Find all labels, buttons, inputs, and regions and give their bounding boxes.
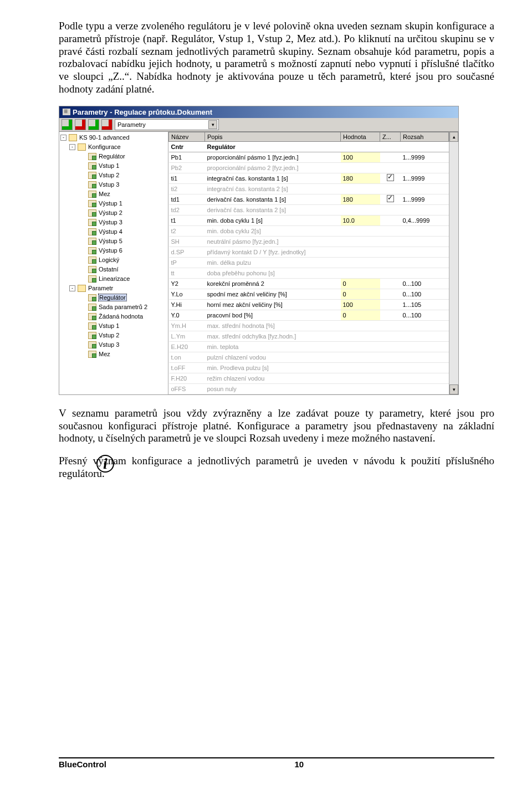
tree-item[interactable]: ⋮Linearizace [59, 274, 168, 284]
cell-name: L.Ym [169, 331, 205, 341]
cell-hodnota[interactable]: 100 [341, 152, 380, 162]
cell-hodnota [341, 257, 380, 268]
cell-hodnota[interactable]: 180 [341, 173, 380, 183]
cell-z[interactable] [380, 299, 401, 310]
tree-item[interactable]: ⋮Žádaná hodnota [59, 312, 168, 321]
table-row[interactable]: Y.0pracovní bod [%]00...100 [169, 310, 449, 320]
tree-item[interactable]: ⋮Mez [59, 350, 168, 359]
leaf-icon [88, 238, 96, 245]
tree-item[interactable]: ⋮Regulátor [59, 293, 168, 302]
cell-hodnota[interactable]: 0 [341, 310, 380, 320]
tree-item[interactable]: -KS 90-1 advanced [59, 133, 168, 142]
page-footer: BlueControl 10 . [59, 757, 494, 769]
footer-product: BlueControl [59, 760, 106, 769]
cell-rozsah [401, 373, 449, 383]
cell-rozsah [401, 362, 449, 373]
chevron-down-icon[interactable] [208, 120, 217, 129]
cell-hodnota[interactable]: 100 [341, 299, 380, 310]
collapse-icon[interactable]: - [60, 135, 66, 141]
table-row[interactable]: Y.Lospodní mez akční veličiny [%]00...10… [169, 289, 449, 299]
collapse-icon[interactable]: - [69, 144, 75, 150]
toolbar-button-2[interactable] [75, 119, 86, 130]
cell-name: tP [169, 257, 205, 268]
tree-item-label: Výstup 5 [98, 238, 123, 244]
table-row[interactable]: ti1integrační čas. konstanta 1 [s]1801..… [169, 173, 449, 183]
checkbox-icon[interactable] [387, 195, 394, 202]
cell-popis: korekční proměnná 2 [205, 278, 341, 289]
toolbar-button-1[interactable] [62, 119, 73, 130]
cell-z[interactable] [380, 215, 401, 225]
tree-item-label: KS 90-1 advanced [79, 134, 130, 141]
tree-item[interactable]: ⋮Vstup 2 [59, 171, 168, 180]
table-row[interactable]: td1derivační čas. konstanta 1 [s]1801...… [169, 194, 449, 204]
parameter-grid[interactable]: Název Popis Hodnota Z... Rozsah Cntr Reg… [168, 132, 449, 394]
tree-item[interactable]: ⋮Vstup 3 [59, 340, 168, 350]
col-name[interactable]: Název [169, 132, 205, 141]
cell-rozsah: 1...9999 [401, 173, 449, 183]
toolbar-button-3[interactable] [88, 119, 99, 130]
tree-item[interactable]: ⋮Vstup 1 [59, 321, 168, 331]
col-popis[interactable]: Popis [205, 132, 341, 141]
cell-hodnota[interactable]: 180 [341, 194, 380, 204]
cell-z[interactable] [380, 173, 401, 183]
tree-item[interactable]: ⋮Sada parametrů 2 [59, 302, 168, 312]
tree-item[interactable]: ⋮Výstup 2 [59, 208, 168, 218]
cell-name: F.H20 [169, 373, 205, 383]
cell-name: Y.0 [169, 310, 205, 320]
table-row[interactable]: t1min. doba cyklu 1 [s]10.00,4...9999 [169, 215, 449, 225]
tree-item[interactable]: ⋮Logický [59, 255, 168, 265]
tree-panel[interactable]: -KS 90-1 advanced-Konfigurace⋮Regulátor⋮… [59, 132, 168, 394]
tree-item-label: Ostatní [98, 266, 119, 273]
tree-item-label: Regulátor [98, 294, 127, 301]
cell-popis: posun nuly [205, 383, 341, 394]
tree-item-label: Výstup 2 [98, 209, 123, 216]
col-hodnota[interactable]: Hodnota [341, 132, 380, 141]
tree-item[interactable]: ⋮Výstup 5 [59, 237, 168, 246]
tree-item[interactable]: -Parametr [59, 284, 168, 293]
cell-z[interactable] [380, 278, 401, 289]
folder-icon [78, 143, 86, 151]
scroll-up-button[interactable]: ▴ [449, 132, 458, 142]
tree-item[interactable]: ⋮Výstup 3 [59, 218, 168, 227]
table-row[interactable]: Y.Hihorní mez akční veličiny [%]1001...1… [169, 299, 449, 310]
view-dropdown[interactable]: Parametry [115, 119, 219, 130]
cell-rozsah [401, 247, 449, 257]
col-rozsah[interactable]: Rozsah [401, 132, 449, 141]
tree-item[interactable]: ⋮Výstup 6 [59, 246, 168, 255]
tree-item[interactable]: ⋮Výstup 4 [59, 227, 168, 237]
cell-hodnota[interactable]: 10.0 [341, 215, 380, 225]
tree-item[interactable]: ⋮Ostatní [59, 265, 168, 274]
footer-page-number: 10 [294, 760, 304, 769]
toolbar-button-4[interactable] [101, 119, 112, 130]
scroll-down-button[interactable]: ▾ [449, 384, 458, 394]
cell-z [380, 236, 401, 247]
cell-z[interactable] [380, 194, 401, 204]
table-row[interactable]: Y2korekční proměnná 200...100 [169, 278, 449, 289]
cell-z [380, 362, 401, 373]
col-z[interactable]: Z... [380, 132, 401, 141]
cell-hodnota[interactable]: 0 [341, 278, 380, 289]
cell-name: oFFS [169, 383, 205, 394]
tree-item[interactable]: ⋮Vstup 2 [59, 331, 168, 340]
cell-z [380, 162, 401, 173]
table-row[interactable]: Pb1proporcionální pásmo 1 [fyz.jedn.]100… [169, 152, 449, 162]
cell-z[interactable] [380, 289, 401, 299]
cell-hodnota[interactable]: 0 [341, 289, 380, 299]
tree-item-label: Vstup 1 [98, 322, 120, 329]
table-row: Pb2proporcionální pásmo 2 [fyz.jedn.] [169, 162, 449, 173]
cell-name: t2 [169, 225, 205, 236]
cell-z[interactable] [380, 152, 401, 162]
tree-item[interactable]: ⋮Výstup 1 [59, 199, 168, 208]
vertical-scrollbar[interactable]: ▴ ▾ [449, 132, 458, 394]
folder-icon [69, 134, 77, 141]
paragraph-2: V seznamu parametrů jsou vždy zvýrazněny… [59, 407, 494, 445]
tree-item[interactable]: -Konfigurace [59, 142, 168, 152]
collapse-icon[interactable]: - [69, 285, 75, 291]
checkbox-icon[interactable] [387, 174, 394, 181]
tree-item[interactable]: ⋮Vstup 1 [59, 161, 168, 171]
tree-item[interactable]: ⋮Vstup 3 [59, 180, 168, 189]
tree-item[interactable]: ⋮Mez [59, 189, 168, 199]
cell-z[interactable] [380, 310, 401, 320]
tree-item[interactable]: ⋮Regulátor [59, 152, 168, 161]
cell-z [380, 247, 401, 257]
